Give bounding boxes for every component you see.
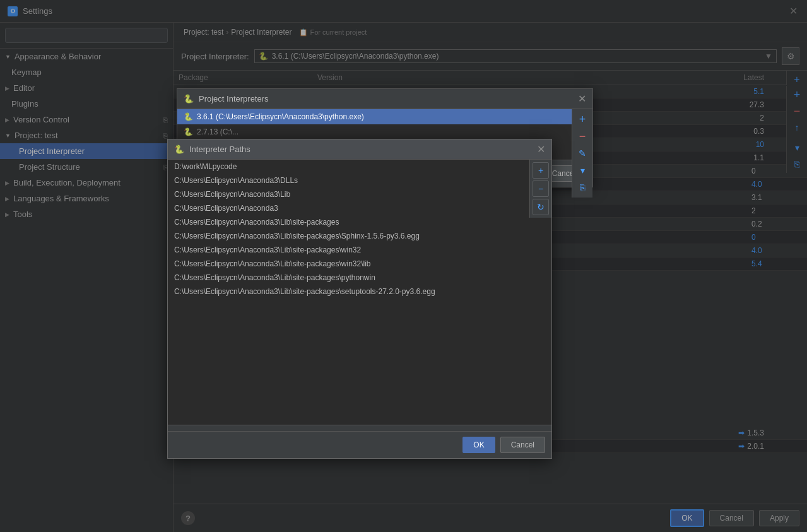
interpreter-list-item-selected[interactable]: 🐍 3.6.1 (C:\Users\Eclipsycn\Anaconda3\py…	[177, 109, 592, 124]
paths-cancel-button[interactable]: Cancel	[500, 437, 545, 453]
remove-path-button[interactable]: −	[533, 180, 549, 197]
add-path-button[interactable]: +	[533, 162, 549, 179]
dialog-interpreter-paths: 🐍 Interpreter Paths ✕ D:\work\MLpycodeC:…	[167, 139, 552, 459]
interpreter-paths-close-button[interactable]: ✕	[537, 143, 545, 155]
python-icon-item: 🐍	[184, 112, 193, 121]
paths-scrollbar[interactable]	[168, 425, 551, 431]
path-item-5[interactable]: C:\Users\Eclipsycn\Anaconda3\Lib\site-pa…	[168, 229, 529, 243]
paths-dialog-title-left: 🐍 Interpreter Paths	[174, 145, 250, 154]
dialog-title-text: Project Interpreters	[199, 94, 269, 103]
python-icon-item2: 🐍	[184, 127, 193, 136]
path-item-7[interactable]: C:\Users\Eclipsycn\Anaconda3\Lib\site-pa…	[168, 257, 529, 271]
paths-toolbar: + − ↻	[529, 160, 551, 218]
interpreter-list-item-2[interactable]: 🐍 2.7.13 (C:\...	[177, 124, 592, 139]
paths-dialog-icon: 🐍	[174, 145, 184, 154]
project-interpreters-close-button[interactable]: ✕	[578, 93, 586, 105]
add-interpreter-button[interactable]: +	[575, 112, 590, 127]
path-item-4[interactable]: C:\Users\Eclipsycn\Anaconda3\Lib\site-pa…	[168, 215, 529, 229]
paths-list: D:\work\MLpycodeC:\Users\Eclipsycn\Anaco…	[168, 160, 551, 425]
edit-interpreter-button[interactable]: ✎	[575, 146, 590, 161]
paths-dialog-title-text: Interpreter Paths	[189, 145, 250, 154]
path-item-9[interactable]: C:\Users\Eclipsycn\Anaconda3\Lib\site-pa…	[168, 285, 529, 299]
filter-interpreter-button[interactable]: ▾	[575, 163, 590, 178]
dialog-python-icon: 🐍	[184, 94, 194, 103]
copy-interpreter-button[interactable]: ⎘	[575, 180, 590, 195]
refresh-path-button[interactable]: ↻	[533, 199, 549, 215]
path-item-8[interactable]: C:\Users\Eclipsycn\Anaconda3\Lib\site-pa…	[168, 271, 529, 285]
interpreters-toolbar: + − ✎ ▾ ⎘	[572, 109, 592, 198]
interpreter-paths-title-bar: 🐍 Interpreter Paths ✕	[168, 139, 551, 160]
path-item-0[interactable]: D:\work\MLpycode	[168, 160, 529, 174]
project-interpreters-title-bar: 🐍 Project Interpreters ✕	[177, 89, 592, 109]
paths-content: D:\work\MLpycodeC:\Users\Eclipsycn\Anaco…	[168, 160, 551, 425]
dialog-title-left: 🐍 Project Interpreters	[184, 94, 269, 103]
path-item-2[interactable]: C:\Users\Eclipsycn\Anaconda3\Lib	[168, 187, 529, 201]
interpreter-paths-footer: OK Cancel	[168, 431, 551, 458]
paths-ok-button[interactable]: OK	[462, 437, 495, 453]
path-item-1[interactable]: C:\Users\Eclipsycn\Anaconda3\DLLs	[168, 174, 529, 187]
remove-interpreter-button[interactable]: −	[575, 129, 590, 144]
path-item-3[interactable]: C:\Users\Eclipsycn\Anaconda3	[168, 201, 529, 215]
path-item-6[interactable]: C:\Users\Eclipsycn\Anaconda3\Lib\site-pa…	[168, 243, 529, 257]
